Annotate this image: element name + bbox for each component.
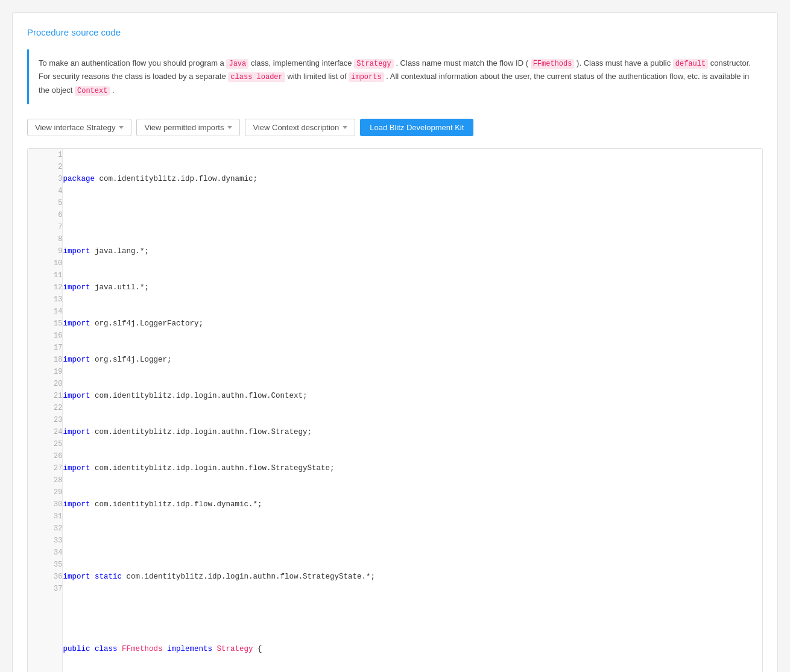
info-code-classloader: class loader <box>228 72 285 82</box>
chevron-down-icon <box>227 126 232 129</box>
page-container: Procedure source code To make an authent… <box>0 0 790 672</box>
info-box: To make an authentication flow you shoul… <box>27 49 763 104</box>
info-code-java: Java <box>226 59 248 69</box>
info-code-imports: imports <box>349 72 384 82</box>
view-permitted-imports-button[interactable]: View permitted imports <box>136 119 240 136</box>
view-context-description-label: View Context description <box>253 123 339 132</box>
load-blitz-dev-kit-button[interactable]: Load Blitz Development Kit <box>360 119 473 136</box>
toolbar: View interface Strategy View permitted i… <box>27 119 763 136</box>
info-text-8: . <box>112 86 115 95</box>
info-code-default: default <box>673 59 708 69</box>
view-permitted-imports-label: View permitted imports <box>144 123 224 132</box>
main-card: Procedure source code To make an authent… <box>12 12 778 672</box>
info-text-4: ). Class must have a public <box>577 58 673 68</box>
view-interface-strategy-label: View interface Strategy <box>35 123 115 132</box>
info-text-1: To make an authentication flow you shoul… <box>39 58 226 68</box>
info-text-2: class, implementing interface <box>251 58 354 68</box>
info-code-context: Context <box>75 86 110 96</box>
info-code-strategy: Strategy <box>354 59 394 69</box>
code-content[interactable]: package com.identityblitz.idp.flow.dynam… <box>63 149 762 672</box>
page-title: Procedure source code <box>27 27 763 37</box>
code-table: 12345 678910 1112131415 1617181920 21222… <box>28 149 762 672</box>
load-blitz-dev-kit-label: Load Blitz Development Kit <box>370 123 464 132</box>
chevron-down-icon <box>119 126 124 129</box>
code-editor[interactable]: 12345 678910 1112131415 1617181920 21222… <box>27 148 763 672</box>
line-numbers: 12345 678910 1112131415 1617181920 21222… <box>28 149 63 672</box>
info-text-3: . Class name must match the flow ID ( <box>396 58 528 68</box>
info-text-6: with limited list of <box>287 72 349 81</box>
chevron-down-icon <box>343 126 347 129</box>
view-context-description-button[interactable]: View Context description <box>245 119 355 136</box>
info-code-ffmethods: FFmethods <box>531 59 575 69</box>
view-interface-strategy-button[interactable]: View interface Strategy <box>27 119 131 136</box>
